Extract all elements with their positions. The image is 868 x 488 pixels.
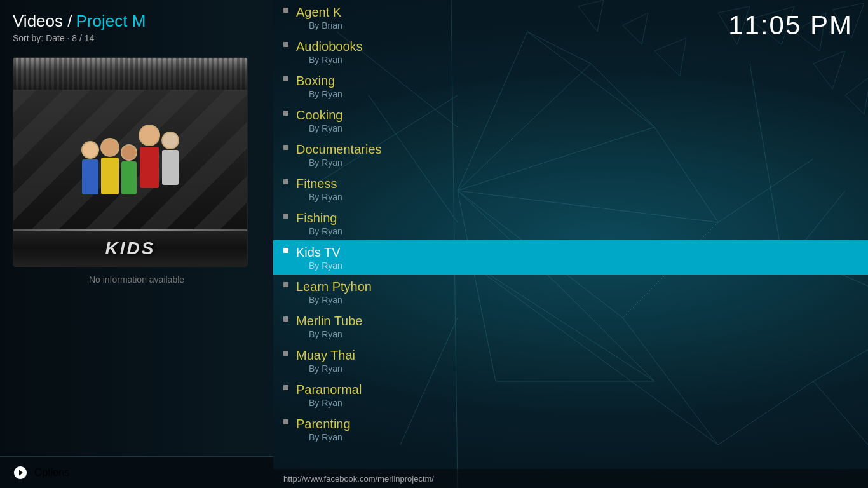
list-item[interactable]: Kids TVBy Ryan [273,240,868,274]
list-bullet [283,145,288,150]
list-item-title: Learn Ptyhon [296,278,372,295]
list-item-title: Kids TV [296,244,342,261]
options-bar[interactable]: Options [0,456,273,488]
list-item-title: Cooking [296,107,342,123]
list-item[interactable]: Learn PtyhonBy Ryan [273,274,868,309]
clock: 11:05 PM [728,10,853,41]
list-item-subtitle: By Ryan [309,226,342,236]
list-item[interactable]: ParentingBy Ryan [273,412,868,446]
list-item-subtitle: By Ryan [309,55,363,65]
list-item-title: Paranormal [296,381,362,398]
list-item-content: Learn PtyhonBy Ryan [296,278,372,305]
list-item-content: Muay ThaiBy Ryan [296,347,355,374]
left-panel: Videos / Project M Sort by: Date · 8 / 1… [0,0,273,488]
kids-logo: KIDS [105,238,156,259]
kid-figure [81,141,99,194]
list-item-content: ParanormalBy Ryan [296,381,362,408]
list-item[interactable]: FitnessBy Ryan [273,172,868,206]
list-item[interactable]: BoxingBy Ryan [273,69,868,103]
list-item-content: Kids TVBy Ryan [296,244,342,271]
list-bullet [283,42,288,47]
list-item-content: ParentingBy Ryan [296,416,351,442]
list-item-content: AudiobooksBy Ryan [296,38,363,65]
list-item-content: DocumentariesBy Ryan [296,141,382,168]
list-item-subtitle: By Ryan [309,363,355,374]
list-item-subtitle: By Ryan [309,158,382,168]
url-text: http://www.facebook.com/merlinprojectm/ [283,474,434,484]
list-bullet [283,419,288,424]
list-panel: Agent KBy BrianAudiobooksBy RyanBoxingBy… [273,0,868,488]
list-item[interactable]: Merlin TubeBy Ryan [273,309,868,343]
list-item-subtitle: By Ryan [309,329,363,339]
kids-figures [81,125,179,194]
kid-figure [139,125,160,188]
list-item-subtitle: By Ryan [309,261,342,271]
list-item-content: FitnessBy Ryan [296,175,342,202]
thumbnail-image [13,90,247,229]
list-item-title: Boxing [296,72,342,89]
list-item-subtitle: By Brian [309,20,342,30]
list-bullet [283,111,288,116]
list-item[interactable]: DocumentariesBy Ryan [273,137,868,172]
options-icon [13,465,28,480]
thumbnail-bottom-bar: KIDS [13,229,247,267]
list-item-title: Documentaries [296,141,382,158]
list-item-subtitle: By Ryan [309,89,342,99]
list-bullet [283,179,288,184]
list-item-title: Audiobooks [296,38,363,55]
page-title: Videos / Project M [13,11,261,31]
sort-info: Sort by: Date · 8 / 14 [13,33,261,43]
list-item-subtitle: By Ryan [309,295,372,305]
thumbnail-container: KIDS [13,57,248,267]
list-item-content: FishingBy Ryan [296,210,342,236]
list-item-content: Agent KBy Brian [296,4,342,30]
breadcrumb-prefix: Videos / [13,11,72,31]
breadcrumb-title: Project M [76,11,146,31]
list-item-content: CookingBy Ryan [296,107,342,133]
kid-figure [161,132,179,185]
list-item-content: Merlin TubeBy Ryan [296,313,363,339]
list-bullet [283,282,288,287]
header: Videos / Project M Sort by: Date · 8 / 1… [0,0,273,47]
list-bullet [283,8,288,13]
list-items-container: Agent KBy BrianAudiobooksBy RyanBoxingBy… [273,0,868,488]
list-bullet [283,316,288,322]
list-item-title: Parenting [296,416,351,432]
list-bullet [283,76,288,81]
options-label: Options [34,467,69,478]
list-item-title: Merlin Tube [296,313,363,329]
list-item-subtitle: By Ryan [309,432,351,442]
list-item-title: Agent K [296,4,342,20]
list-bullet [283,385,288,390]
kid-figure [100,138,119,194]
list-bullet [283,214,288,219]
list-item-title: Muay Thai [296,347,355,363]
list-bullet [283,351,288,356]
list-item-title: Fitness [296,175,342,192]
list-item-subtitle: By Ryan [309,398,362,408]
list-bullet [283,248,288,253]
list-item-content: BoxingBy Ryan [296,72,342,99]
list-item[interactable]: ParanormalBy Ryan [273,377,868,412]
list-item[interactable]: FishingBy Ryan [273,206,868,240]
list-item[interactable]: CookingBy Ryan [273,103,868,137]
kid-figure [121,144,137,194]
list-item-subtitle: By Ryan [309,192,342,202]
list-item[interactable]: Muay ThaiBy Ryan [273,343,868,377]
list-item-title: Fishing [296,210,342,226]
thumbnail-top-bar [13,58,247,90]
no-info-text: No information available [0,274,273,285]
bottom-url-bar: http://www.facebook.com/merlinprojectm/ [273,469,868,488]
list-item-subtitle: By Ryan [309,123,342,133]
